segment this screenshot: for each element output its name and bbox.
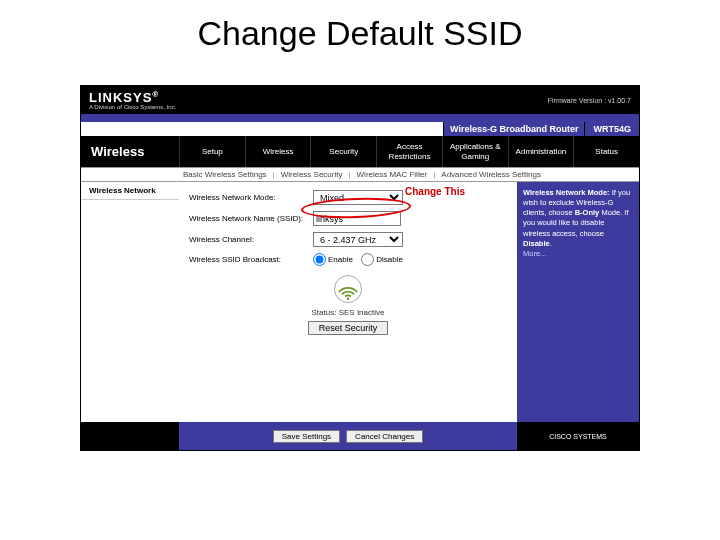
mode-select[interactable]: Mixed	[313, 190, 403, 205]
tab-applications-gaming[interactable]: Applications & Gaming	[442, 136, 508, 167]
help-panel: Wireless Network Mode: If you wish to ex…	[517, 182, 639, 422]
tab-access-restrictions[interactable]: Access Restrictions	[376, 136, 442, 167]
ses-wifi-icon	[333, 274, 363, 304]
product-title: Wireless-G Broadband Router	[443, 122, 584, 136]
save-settings-button[interactable]: Save Settings	[273, 430, 340, 443]
page-heading: Wireless	[81, 136, 179, 167]
branding-bar: LINKSYS® A Division of Cisco Systems, In…	[81, 86, 639, 114]
sub-nav: Basic Wireless Settings| Wireless Securi…	[81, 167, 639, 182]
row-channel: Wireless Channel: 6 - 2.437 GHz	[189, 232, 507, 247]
content-area: Wireless Network Change This Wireless Ne…	[81, 182, 639, 422]
section-label: Wireless Network	[81, 182, 179, 200]
svg-point-1	[347, 297, 350, 300]
cancel-changes-button[interactable]: Cancel Changes	[346, 430, 423, 443]
tab-administration[interactable]: Administration	[508, 136, 574, 167]
help-heading: Wireless Network Mode:	[523, 188, 610, 197]
primary-nav: Wireless Setup Wireless Security Access …	[81, 136, 639, 167]
brand-text: LINKSYS®	[89, 90, 159, 105]
subnav-mac-filter[interactable]: Wireless MAC Filter	[357, 170, 428, 179]
linksys-logo: LINKSYS® A Division of Cisco Systems, In…	[89, 90, 176, 110]
help-more-link[interactable]: More...	[523, 249, 546, 258]
channel-select[interactable]: 6 - 2.437 GHz	[313, 232, 403, 247]
broadcast-enable-option[interactable]: Enable	[313, 255, 353, 264]
subnav-wireless-security[interactable]: Wireless Security	[281, 170, 343, 179]
footer-bar: Save Settings Cancel Changes CISCO SYSTE…	[81, 422, 639, 450]
nav-tabs: Setup Wireless Security Access Restricti…	[179, 136, 639, 167]
row-broadcast: Wireless SSID Broadcast: Enable Disable	[189, 253, 507, 266]
broadcast-disable-option[interactable]: Disable	[361, 255, 403, 264]
ssid-input[interactable]	[313, 211, 401, 226]
subnav-basic-wireless[interactable]: Basic Wireless Settings	[183, 170, 267, 179]
channel-label: Wireless Channel:	[189, 235, 307, 244]
router-admin-panel: LINKSYS® A Division of Cisco Systems, In…	[80, 85, 640, 451]
form-column: Change This Wireless Network Mode: Mixed…	[179, 182, 517, 422]
model-label: WRT54G	[584, 122, 639, 136]
slide-title: Change Default SSID	[0, 0, 720, 61]
help-bold-1: B-Only	[575, 208, 600, 217]
accent-bar	[81, 114, 639, 122]
row-mode: Wireless Network Mode: Mixed	[189, 190, 507, 205]
help-bold-2: Disable	[523, 239, 550, 248]
broadcast-enable-radio[interactable]	[313, 253, 326, 266]
tab-setup[interactable]: Setup	[179, 136, 245, 167]
broadcast-label: Wireless SSID Broadcast:	[189, 255, 307, 264]
tab-status[interactable]: Status	[573, 136, 639, 167]
tab-wireless[interactable]: Wireless	[245, 136, 311, 167]
firmware-version: Firmware Version : v1.00.7	[548, 97, 631, 104]
mode-label: Wireless Network Mode:	[189, 193, 307, 202]
ses-status: Status: SES Inactive	[189, 308, 507, 317]
reset-security-button[interactable]: Reset Security	[308, 321, 389, 335]
broadcast-disable-radio[interactable]	[361, 253, 374, 266]
title-bar: Wireless-G Broadband Router WRT54G	[81, 122, 639, 136]
ssid-label: Wireless Network Name (SSID):	[189, 214, 307, 223]
brand-tagline: A Division of Cisco Systems, Inc.	[89, 104, 176, 110]
row-ssid: Wireless Network Name (SSID):	[189, 211, 507, 226]
cisco-logo: CISCO SYSTEMS	[517, 422, 639, 450]
tab-security[interactable]: Security	[310, 136, 376, 167]
subnav-advanced-wireless[interactable]: Advanced Wireless Settings	[441, 170, 541, 179]
left-column: Wireless Network	[81, 182, 179, 422]
